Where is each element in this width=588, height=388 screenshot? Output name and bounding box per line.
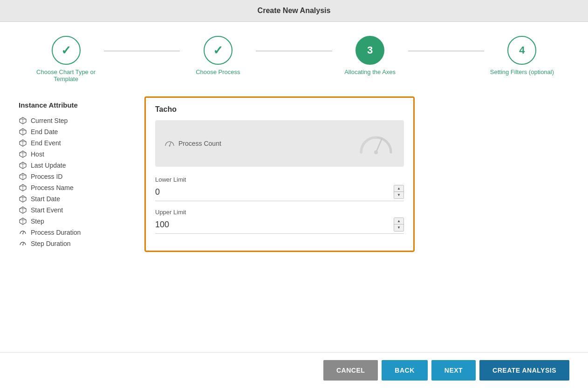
attr-label: Step Duration	[31, 240, 71, 247]
wizard-step-1: ✓ Choose Chart Type or Template	[28, 36, 104, 82]
svg-point-31	[22, 233, 23, 234]
step-checkmark-2: ✓	[213, 43, 223, 58]
attr-label: End Event	[31, 139, 61, 147]
step-circle-3: 3	[356, 36, 384, 65]
attr-label: Last Update	[31, 162, 66, 169]
attr-process-id[interactable]: Process ID	[19, 172, 130, 181]
cube-icon	[19, 195, 27, 203]
tacho-title: Tacho	[155, 105, 404, 114]
attr-label: Current Step	[31, 117, 68, 124]
cube-icon	[19, 128, 27, 136]
upper-limit-input-row: 100 ▲ ▼	[155, 218, 404, 234]
attr-label: Process Duration	[31, 229, 81, 236]
cube-icon	[19, 161, 27, 170]
attr-start-event[interactable]: Start Event	[19, 206, 130, 214]
svg-point-35	[169, 145, 171, 147]
attr-start-date[interactable]: Start Date	[19, 195, 130, 203]
attr-host[interactable]: Host	[19, 150, 130, 158]
upper-limit-up[interactable]: ▲	[394, 218, 403, 225]
attr-process-name[interactable]: Process Name	[19, 184, 130, 192]
lower-limit-value: 0	[155, 187, 394, 197]
wizard-connector-3	[408, 51, 484, 51]
tacho-preview: Process Count	[155, 120, 404, 167]
svg-point-33	[22, 245, 23, 245]
upper-limit-row: Upper Limit 100 ▲ ▼	[155, 209, 404, 234]
step-label-3: Allocating the Axes	[344, 68, 396, 75]
attr-label: Start Event	[31, 206, 63, 214]
next-button[interactable]: NEXT	[431, 360, 476, 381]
step-label-1: Choose Chart Type or Template	[34, 68, 99, 82]
gauge-icon	[19, 228, 27, 237]
attr-process-duration[interactable]: Process Duration	[19, 228, 130, 237]
attr-label: Start Date	[31, 195, 60, 203]
step-number-4: 4	[519, 44, 525, 56]
footer: CANCEL BACK NEXT CREATE ANALYSIS	[0, 352, 588, 388]
cube-icon	[19, 206, 27, 214]
process-count-text: Process Count	[178, 140, 221, 147]
back-button[interactable]: BACK	[382, 360, 427, 381]
svg-line-36	[376, 139, 382, 152]
cube-icon	[19, 150, 27, 158]
attr-label: Host	[31, 150, 44, 158]
attr-step-duration[interactable]: Step Duration	[19, 239, 130, 248]
sidebar: Instance Attribute Current Step	[19, 96, 130, 347]
wizard-step-4: 4 Setting Filters (optional)	[484, 36, 560, 75]
gauge-large-icon	[357, 130, 395, 157]
body-area: Instance Attribute Current Step	[0, 92, 588, 352]
attr-label: End Date	[31, 128, 58, 136]
step-label-4: Setting Filters (optional)	[490, 68, 554, 75]
page-title: Create New Analysis	[0, 7, 588, 15]
main-content: ✓ Choose Chart Type or Template ✓ Choose…	[0, 22, 588, 352]
wizard-connector-1	[104, 51, 180, 51]
cube-icon	[19, 184, 27, 192]
create-analysis-button[interactable]: CREATE ANALYSIS	[479, 360, 569, 381]
upper-limit-value: 100	[155, 220, 394, 230]
right-panel: Tacho Process Count	[144, 96, 569, 347]
attr-label: Process ID	[31, 173, 62, 180]
cancel-button[interactable]: CANCEL	[323, 360, 378, 381]
wizard-connector-2	[256, 51, 332, 51]
sidebar-title: Instance Attribute	[19, 101, 130, 109]
attr-last-update[interactable]: Last Update	[19, 161, 130, 170]
page-header: Create New Analysis	[0, 0, 588, 22]
attribute-list: Current Step End Date	[19, 116, 130, 248]
wizard-step-3: 3 Allocating the Axes	[332, 36, 408, 75]
upper-limit-label: Upper Limit	[155, 209, 404, 216]
lower-limit-row: Lower Limit 0 ▲ ▼	[155, 176, 404, 201]
attr-label: Process Name	[31, 184, 74, 191]
cube-icon	[19, 116, 27, 125]
attr-current-step[interactable]: Current Step	[19, 116, 130, 125]
wizard-steps: ✓ Choose Chart Type or Template ✓ Choose…	[0, 22, 588, 92]
wizard-step-2: ✓ Choose Process	[180, 36, 256, 75]
upper-limit-down[interactable]: ▼	[394, 225, 403, 231]
step-circle-4: 4	[507, 36, 536, 65]
step-number-3: 3	[367, 44, 373, 56]
attr-end-event[interactable]: End Event	[19, 139, 130, 147]
lower-limit-up[interactable]: ▲	[394, 185, 403, 192]
gauge-small-icon	[164, 140, 175, 147]
cube-icon	[19, 139, 27, 147]
gauge-icon	[19, 239, 27, 248]
svg-point-37	[374, 150, 378, 154]
tacho-card: Tacho Process Count	[144, 96, 415, 252]
upper-limit-spinner[interactable]: ▲ ▼	[394, 218, 404, 231]
attr-step[interactable]: Step	[19, 217, 130, 225]
cube-icon	[19, 172, 27, 181]
step-checkmark-1: ✓	[61, 43, 71, 58]
lower-limit-spinner[interactable]: ▲ ▼	[394, 185, 404, 199]
step-label-2: Choose Process	[196, 68, 240, 75]
attr-label: Step	[31, 218, 44, 225]
lower-limit-down[interactable]: ▼	[394, 192, 403, 198]
lower-limit-input-row: 0 ▲ ▼	[155, 185, 404, 201]
attr-end-date[interactable]: End Date	[19, 128, 130, 136]
step-circle-2: ✓	[204, 36, 232, 65]
step-circle-1: ✓	[52, 36, 81, 65]
cube-icon	[19, 217, 27, 225]
lower-limit-label: Lower Limit	[155, 176, 404, 183]
process-count-label: Process Count	[164, 140, 221, 147]
